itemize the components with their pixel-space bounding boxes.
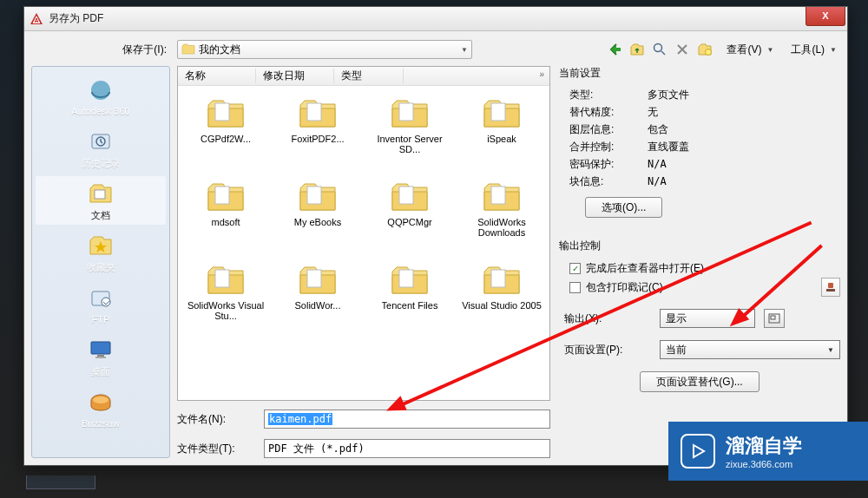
folder-icon — [389, 180, 431, 214]
folder-icon — [481, 263, 523, 298]
svg-rect-17 — [491, 103, 505, 121]
folder-item[interactable]: FoxitPDF2... — [273, 93, 362, 171]
folder-item[interactable]: Tencent Files — [365, 259, 454, 337]
window-title: 另存为 PDF — [49, 11, 806, 26]
folder-item[interactable]: SolidWor... — [273, 259, 362, 337]
folder-icon — [389, 263, 431, 298]
svg-rect-20 — [399, 187, 413, 204]
svg-rect-21 — [491, 187, 505, 204]
folder-icon — [181, 43, 195, 56]
delete-icon[interactable] — [674, 42, 690, 57]
folder-icon — [297, 180, 339, 214]
svg-rect-14 — [215, 103, 229, 121]
folder-item[interactable]: QQPCMgr — [365, 176, 454, 254]
svg-rect-12 — [95, 357, 106, 358]
filetype-label: 文件类型(T): — [177, 442, 253, 456]
svg-point-13 — [93, 396, 108, 403]
svg-rect-11 — [97, 355, 104, 357]
place-desktop[interactable]: 桌面 — [36, 332, 166, 381]
folder-item[interactable]: iSpeak — [457, 93, 546, 171]
chevron-down-icon: ▼ — [461, 46, 468, 54]
folder-item[interactable]: mdsoft — [181, 176, 270, 254]
svg-marker-32 — [694, 445, 704, 457]
place-ftp[interactable]: FTP — [36, 280, 166, 329]
current-settings-title: 当前设置 — [559, 66, 840, 81]
app-icon: A — [30, 12, 43, 26]
svg-point-26 — [654, 44, 662, 52]
output-control-title: 输出控制 — [559, 239, 840, 253]
titlebar[interactable]: A 另存为 PDF X — [24, 7, 847, 31]
col-type[interactable]: 类型 — [334, 69, 404, 83]
columns-overflow-icon[interactable]: » — [539, 69, 544, 79]
filetype-combo[interactable]: PDF 文件 (*.pdf) — [264, 439, 550, 458]
save-as-pdf-dialog: A 另存为 PDF X 保存于(I): Autodesk 360 历史记录 — [23, 6, 848, 466]
watermark-logo-icon — [681, 434, 715, 469]
folder-item[interactable]: My eBooks — [273, 176, 362, 254]
folder-item[interactable]: CGPdf2W... — [181, 93, 270, 171]
svg-rect-31 — [771, 316, 775, 319]
svg-rect-25 — [491, 270, 505, 287]
svg-rect-6 — [95, 190, 105, 199]
svg-rect-23 — [307, 270, 321, 287]
folder-item[interactable]: SolidWorks Visual Stu... — [181, 259, 270, 337]
include-stamp-checkbox[interactable] — [569, 282, 581, 293]
folder-icon — [205, 96, 247, 131]
place-autodesk360[interactable]: Autodesk 360 — [36, 72, 166, 121]
place-buzzsaw[interactable]: Buzzsaw — [36, 384, 166, 433]
folder-icon — [297, 263, 339, 298]
tools-menu[interactable]: 工具(L)▼ — [787, 41, 840, 59]
place-documents[interactable]: 文档 — [36, 176, 166, 225]
options-button[interactable]: 选项(O)... — [585, 197, 662, 218]
folder-item[interactable]: Visual Studio 2005 — [457, 259, 546, 337]
folder-icon — [389, 96, 431, 131]
svg-rect-15 — [307, 103, 321, 121]
save-in-combo[interactable]: 我的文档 ▼ — [177, 40, 472, 59]
page-setup-label: 页面设置(P): — [564, 343, 651, 357]
svg-rect-19 — [307, 187, 321, 204]
col-date[interactable]: 修改日期 — [256, 69, 334, 83]
page-setup-override-button[interactable]: 页面设置替代(G)... — [640, 371, 759, 392]
file-browser: 名称 修改日期 类型 » CGPdf2W... FoxitPDF2... Inv… — [177, 66, 550, 401]
col-name[interactable]: 名称 — [178, 69, 256, 83]
svg-rect-28 — [828, 283, 833, 288]
svg-point-27 — [706, 49, 712, 56]
view-menu[interactable]: 查看(V)▼ — [723, 41, 777, 59]
places-bar: Autodesk 360 历史记录 文档 收藏夹 FTP — [31, 66, 170, 458]
svg-rect-29 — [826, 289, 835, 292]
folder-icon — [205, 180, 247, 214]
new-folder-icon[interactable] — [697, 42, 713, 57]
output-window-button[interactable] — [764, 309, 785, 328]
open-after-checkbox[interactable]: ✓ — [569, 263, 581, 274]
folder-item[interactable]: SolidWorks Downloads — [457, 176, 546, 254]
svg-rect-10 — [91, 342, 110, 354]
page-setup-combo[interactable]: 当前 ▼ — [660, 340, 840, 359]
svg-rect-22 — [215, 270, 229, 287]
svg-text:A: A — [34, 17, 38, 23]
stamp-settings-button[interactable] — [821, 278, 840, 297]
folder-item[interactable]: Inventor Server SD... — [365, 93, 454, 171]
svg-rect-24 — [399, 270, 413, 287]
place-favorites[interactable]: 收藏夹 — [36, 228, 166, 277]
close-button[interactable]: X — [806, 7, 845, 26]
watermark: 溜溜自学 zixue.3d66.com — [668, 422, 868, 481]
up-folder-icon[interactable] — [629, 42, 645, 57]
save-in-label: 保存于(I): — [31, 43, 170, 57]
back-icon[interactable] — [607, 42, 622, 57]
place-history[interactable]: 历史记录 — [36, 124, 166, 173]
svg-rect-18 — [215, 187, 229, 204]
chevron-down-icon: ▼ — [827, 346, 834, 354]
folder-icon — [481, 180, 523, 214]
folder-icon — [205, 263, 247, 298]
filename-input[interactable]: kaimen.pdf — [264, 410, 550, 429]
search-icon[interactable] — [652, 42, 667, 57]
folder-icon — [297, 96, 339, 131]
filename-label: 文件名(N): — [177, 412, 253, 427]
svg-rect-16 — [399, 103, 413, 121]
folder-icon — [481, 96, 523, 131]
